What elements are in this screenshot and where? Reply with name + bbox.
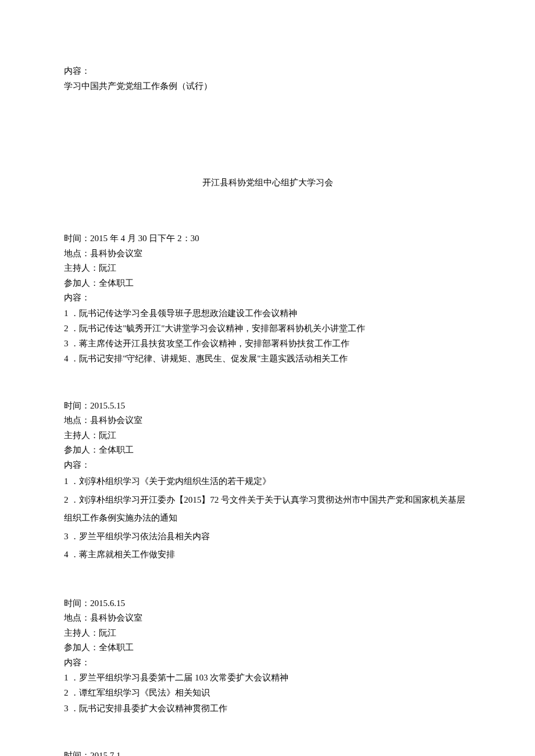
meeting-content-label: 内容：	[64, 291, 471, 306]
meeting-host: 主持人：阮江	[64, 428, 471, 443]
meeting-content-label: 内容：	[64, 458, 471, 473]
list-item: 1 ．罗兰平组织学习县委第十二届 103 次常委扩大会议精神	[64, 670, 471, 685]
list-item: 3 ．蒋主席传达开江县扶贫攻坚工作会议精神，安排部署科协扶贫工作工作	[64, 336, 471, 351]
meeting-location: 地点：县科协会议室	[64, 611, 471, 626]
list-item: 4 ．蒋主席就相关工作做安排	[64, 546, 471, 564]
list-item: 1 ．阮书记传达学习全县领导班子思想政治建设工作会议精神	[64, 306, 471, 321]
meeting-attendees: 参加人：全体职工	[64, 640, 471, 655]
meeting-block-3: 时间：2015.6.15 地点：县科协会议室 主持人：阮江 参加人：全体职工 内…	[64, 596, 471, 716]
meeting-content-label: 内容：	[64, 655, 471, 671]
meeting-time: 时间：2015.5.15	[64, 399, 471, 414]
meeting-time: 时间：2015 年 4 月 30 日下午 2：30	[64, 231, 471, 246]
content-list: 1 ．罗兰平组织学习县委第十二届 103 次常委扩大会议精神 2 ．谭红军组织学…	[64, 670, 471, 716]
list-item: 2 ．刘淳朴组织学习开江委办【2015】72 号文件关于关于认真学习贯彻达州市中…	[64, 491, 471, 528]
meeting-location: 地点：县科协会议室	[64, 246, 471, 261]
meeting-block-2: 时间：2015.5.15 地点：县科协会议室 主持人：阮江 参加人：全体职工 内…	[64, 399, 471, 564]
intro-label: 内容：	[64, 64, 471, 79]
meeting-time: 时间：2015.6.15	[64, 596, 471, 611]
meeting-attendees: 参加人：全体职工	[64, 276, 471, 291]
title-section: 开江县科协党组中心组扩大学习会	[64, 175, 471, 191]
meeting-block-1: 时间：2015 年 4 月 30 日下午 2：30 地点：县科协会议室 主持人：…	[64, 231, 471, 367]
list-item: 3 ．阮书记安排县委扩大会议精神贯彻工作	[64, 701, 471, 716]
final-time-line: 时间：2015.7.1	[64, 748, 471, 756]
list-item: 4 ．阮书记安排"守纪律、讲规矩、惠民生、促发展"主题实践活动相关工作	[64, 351, 471, 366]
meeting-attendees: 参加人：全体职工	[64, 443, 471, 458]
intro-text: 学习中国共产党党组工作条例（试行）	[64, 79, 471, 94]
document-title: 开江县科协党组中心组扩大学习会	[64, 175, 471, 191]
list-item: 1 ．刘淳朴组织学习《关于党内组织生活的若干规定》	[64, 472, 471, 491]
content-list: 1 ．刘淳朴组织学习《关于党内组织生活的若干规定》 2 ．刘淳朴组织学习开江委办…	[64, 472, 471, 564]
meeting-location: 地点：县科协会议室	[64, 413, 471, 428]
list-item: 2 ．阮书记传达"毓秀开江"大讲堂学习会议精神，安排部署科协机关小讲堂工作	[64, 321, 471, 336]
list-item: 2 ．谭红军组织学习《民法》相关知识	[64, 685, 471, 700]
content-list: 1 ．阮书记传达学习全县领导班子思想政治建设工作会议精神 2 ．阮书记传达"毓秀…	[64, 306, 471, 367]
intro-section: 内容： 学习中国共产党党组工作条例（试行）	[64, 64, 471, 94]
meeting-host: 主持人：阮江	[64, 626, 471, 641]
meeting-host: 主持人：阮江	[64, 261, 471, 276]
list-item: 3 ．罗兰平组织学习依法治县相关内容	[64, 528, 471, 546]
